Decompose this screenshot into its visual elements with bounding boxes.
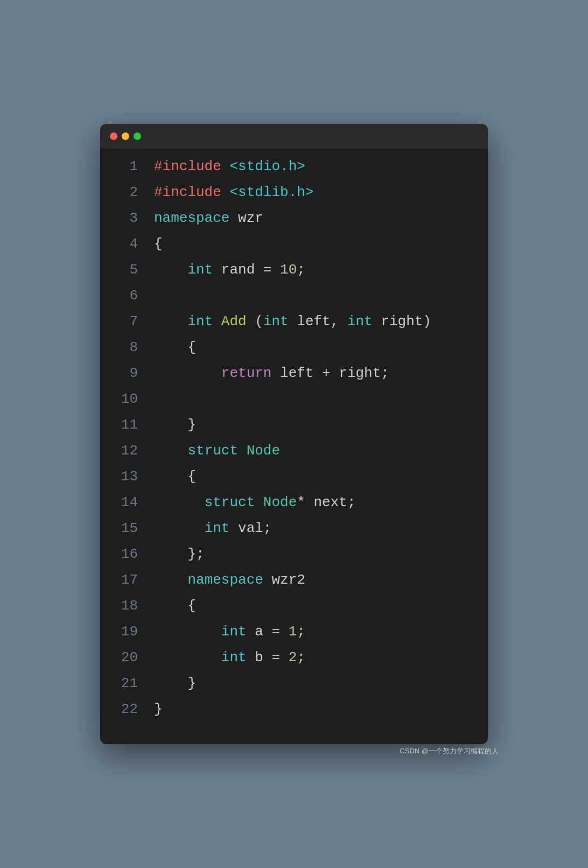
line-code: } — [154, 418, 196, 432]
code-line: 20 int b = 2; — [100, 650, 488, 676]
code-line: 22} — [100, 702, 488, 728]
line-number: 2 — [111, 185, 138, 199]
line-code: int b = 2; — [154, 650, 305, 664]
line-code: { — [154, 340, 196, 354]
code-line: 4{ — [100, 237, 488, 263]
code-line: 21 } — [100, 676, 488, 702]
line-code — [154, 392, 163, 406]
code-line: 2#include <stdlib.h> — [100, 185, 488, 211]
line-code: namespace wzr2 — [154, 573, 305, 587]
code-line: 10 — [100, 392, 488, 418]
line-code: int val; — [154, 521, 271, 535]
dot-green[interactable] — [134, 132, 141, 140]
editor-window: 1#include <stdio.h>2#include <stdlib.h>3… — [100, 124, 488, 744]
line-number: 3 — [111, 211, 138, 225]
code-line: 3namespace wzr — [100, 211, 488, 237]
line-code — [154, 289, 163, 303]
line-number: 8 — [111, 340, 138, 354]
line-code: { — [154, 237, 163, 251]
code-area: 1#include <stdio.h>2#include <stdlib.h>3… — [100, 149, 488, 744]
line-number: 9 — [111, 366, 138, 380]
line-number: 21 — [111, 676, 138, 690]
outer-wrapper: 1#include <stdio.h>2#include <stdlib.h>3… — [84, 108, 504, 760]
line-code: #include <stdio.h> — [154, 159, 305, 173]
code-line: 17 namespace wzr2 — [100, 573, 488, 599]
line-code: struct Node — [154, 444, 280, 458]
line-code: { — [154, 470, 196, 484]
line-number: 19 — [111, 625, 138, 639]
line-code: int Add (int left, int right) — [154, 314, 431, 328]
line-code: #include <stdlib.h> — [154, 185, 313, 199]
code-line: 18 { — [100, 599, 488, 625]
code-line: 15 int val; — [100, 521, 488, 547]
line-number: 10 — [111, 392, 138, 406]
code-line: 1#include <stdio.h> — [100, 159, 488, 185]
line-code: } — [154, 676, 196, 690]
dot-red[interactable] — [110, 132, 117, 140]
line-code: int a = 1; — [154, 625, 305, 639]
code-line: 6 — [100, 289, 488, 314]
code-line: 16 }; — [100, 547, 488, 573]
line-number: 7 — [111, 314, 138, 328]
line-number: 11 — [111, 418, 138, 432]
line-number: 16 — [111, 547, 138, 561]
line-code: } — [154, 702, 163, 716]
line-number: 22 — [111, 702, 138, 716]
code-line: 11 } — [100, 418, 488, 444]
code-line: 5 int rand = 10; — [100, 263, 488, 289]
line-code: struct Node* next; — [154, 495, 356, 509]
code-line: 8 { — [100, 340, 488, 366]
line-number: 6 — [111, 289, 138, 303]
line-number: 18 — [111, 599, 138, 613]
code-line: 9 return left + right; — [100, 366, 488, 392]
line-number: 13 — [111, 470, 138, 484]
line-number: 4 — [111, 237, 138, 251]
line-number: 5 — [111, 263, 138, 277]
dot-yellow[interactable] — [122, 132, 129, 140]
code-line: 7 int Add (int left, int right) — [100, 314, 488, 340]
line-number: 20 — [111, 650, 138, 664]
line-code: namespace wzr — [154, 211, 263, 225]
line-code: return left + right; — [154, 366, 389, 380]
line-number: 17 — [111, 573, 138, 587]
code-line: 12 struct Node — [100, 444, 488, 470]
line-number: 1 — [111, 159, 138, 173]
line-code: { — [154, 599, 196, 613]
title-bar — [100, 124, 488, 149]
line-number: 12 — [111, 444, 138, 458]
code-line: 13 { — [100, 470, 488, 495]
line-code: }; — [154, 547, 205, 561]
line-code: int rand = 10; — [154, 263, 305, 277]
line-number: 14 — [111, 495, 138, 509]
code-line: 19 int a = 1; — [100, 625, 488, 650]
code-line: 14 struct Node* next; — [100, 495, 488, 521]
watermark: CSDN @一个努力学习编程的人 — [400, 746, 499, 756]
line-number: 15 — [111, 521, 138, 535]
